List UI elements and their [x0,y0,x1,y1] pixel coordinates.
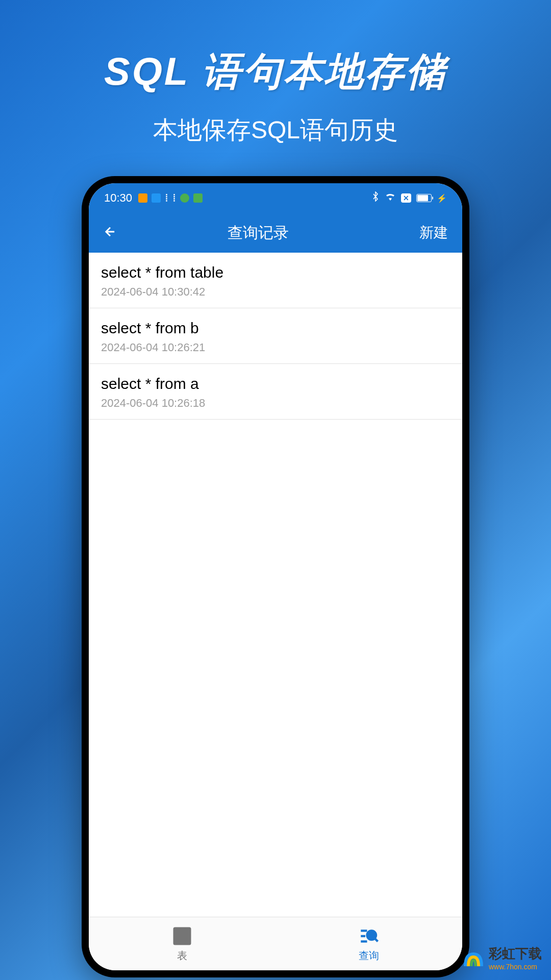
signal-bars-icon: ⁞ [165,191,168,205]
status-icons-right: ✕ ⚡ [371,191,447,205]
search-list-icon [358,925,380,947]
new-button[interactable]: 新建 [419,223,448,242]
svg-line-9 [375,939,378,941]
app-header: 查询记录 新建 [89,213,462,253]
records-list[interactable]: select * from table 2024-06-04 10:30:42 … [89,253,462,917]
app-icon-2 [152,193,161,203]
grid-icon [171,925,193,947]
nav-tab-query[interactable]: 查询 [276,917,462,970]
record-item[interactable]: select * from b 2024-06-04 10:26:21 [89,308,462,364]
wifi-icon [385,191,396,205]
record-query: select * from table [101,264,450,281]
promo-subtitle: 本地保存SQL语句历史 [0,114,551,146]
app-icon-1 [138,193,147,203]
nav-label-query: 查询 [359,949,379,963]
battery-icon [416,194,432,202]
record-query: select * from b [101,320,450,337]
watermark: 彩虹下载 www.7hon.com [461,945,542,971]
svg-point-8 [367,930,377,940]
record-timestamp: 2024-06-04 10:26:21 [101,341,450,354]
record-item[interactable]: select * from table 2024-06-04 10:30:42 [89,253,462,308]
network-badge: ✕ [401,193,411,203]
header-title: 查询记录 [97,223,419,243]
nav-tab-table[interactable]: 表 [89,917,276,970]
bluetooth-icon [371,191,380,205]
status-time: 10:30 [104,191,132,205]
phone-screen: 10:30 ⁞ ⁞ ✕ ⚡ [89,183,462,970]
promo-title: SQL 语句本地存储 [0,0,551,99]
watermark-main-text: 彩虹下载 [489,945,542,963]
charging-icon: ⚡ [437,193,447,203]
shield-icon [180,193,189,203]
phone-frame: 10:30 ⁞ ⁞ ✕ ⚡ [82,176,469,977]
shield-icon-2 [193,193,203,203]
rainbow-logo-icon [461,946,486,970]
watermark-sub-text: www.7hon.com [489,963,542,971]
nav-label-table: 表 [177,949,187,963]
record-item[interactable]: select * from a 2024-06-04 10:26:18 [89,364,462,420]
status-icons-left: ⁞ ⁞ [138,191,203,205]
svg-rect-0 [174,928,190,944]
record-timestamp: 2024-06-04 10:30:42 [101,285,450,299]
record-timestamp: 2024-06-04 10:26:18 [101,397,450,410]
signal-bars-icon-2: ⁞ [172,191,176,205]
bottom-nav: 表 查询 [89,917,462,970]
status-bar: 10:30 ⁞ ⁞ ✕ ⚡ [89,183,462,213]
record-query: select * from a [101,375,450,393]
